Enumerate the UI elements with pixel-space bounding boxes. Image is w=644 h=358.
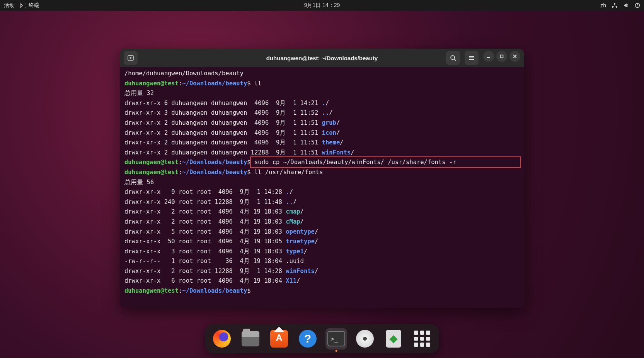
- dock-disc[interactable]: [354, 328, 376, 350]
- terminal-line: drwxr-xr-x 2 root root 4096 4月 19 18:03 …: [124, 217, 520, 227]
- search-button[interactable]: [446, 51, 460, 65]
- help-icon: ?: [299, 330, 317, 348]
- hamburger-icon: [468, 54, 475, 61]
- terminal-line: drwxr-xr-x 3 duhuangwen duhuangwen 4096 …: [124, 108, 520, 118]
- clock[interactable]: 9月1日 14：29: [304, 2, 340, 9]
- terminal-line: drwxr-xr-x 9 root root 4096 9月 1 14:28 .…: [124, 187, 520, 197]
- firefox-icon: [213, 330, 231, 348]
- dock-show-apps[interactable]: [411, 328, 433, 350]
- window-title: duhuangwen@test: ~/Downloads/beauty: [266, 55, 378, 61]
- top-bar: 活动 终端 9月1日 14：29 zh: [0, 0, 644, 11]
- terminal-line: 总用量 32: [124, 88, 520, 98]
- terminal-line: /home/duhuangwen/Downloads/beauty: [124, 69, 520, 79]
- svg-line-10: [454, 59, 456, 61]
- dock-firefox[interactable]: [211, 328, 233, 350]
- terminal-line: drwxr-xr-x 2 duhuangwen duhuangwen 4096 …: [124, 138, 520, 148]
- terminal-line: drwxr-xr-x 6 root root 4096 4月 19 18:04 …: [124, 276, 520, 286]
- terminal-body[interactable]: /home/duhuangwen/Downloads/beautyduhuang…: [120, 67, 524, 308]
- new-tab-button[interactable]: [124, 51, 138, 65]
- svg-rect-15: [501, 55, 503, 58]
- window-titlebar[interactable]: duhuangwen@test: ~/Downloads/beauty: [120, 49, 524, 67]
- close-icon: [513, 54, 517, 59]
- minimize-icon: [486, 54, 491, 59]
- network-icon[interactable]: [612, 3, 618, 8]
- dock-terminal[interactable]: >_: [325, 328, 347, 350]
- terminal-line: drwxr-xr-x 2 root root 4096 4月 19 18:03 …: [124, 207, 520, 217]
- maximize-icon: [499, 54, 504, 59]
- maximize-button[interactable]: [496, 51, 507, 62]
- close-button[interactable]: [509, 51, 520, 62]
- volume-icon[interactable]: [623, 3, 629, 8]
- terminal-line: drwxr-xr-x 240 root root 12288 9月 1 11:4…: [124, 197, 520, 207]
- files-icon: [242, 331, 259, 346]
- menu-button[interactable]: [465, 51, 479, 65]
- terminal-line: drwxr-xr-x 2 duhuangwen duhuangwen 4096 …: [124, 128, 520, 138]
- svg-rect-0: [20, 3, 26, 8]
- trash-icon: [386, 330, 401, 348]
- terminal-line: duhuangwen@test:~/Downloads/beauty$: [124, 286, 520, 296]
- terminal-line: duhuangwen@test:~/Downloads/beauty$ ll /…: [124, 168, 520, 178]
- terminal-line: drwxr-xr-x 2 root root 12288 9月 1 14:28 …: [124, 266, 520, 277]
- annotation-highlight-box: [250, 156, 521, 168]
- dock-files[interactable]: [240, 328, 261, 350]
- minimize-button[interactable]: [483, 51, 494, 62]
- new-tab-icon: [127, 54, 134, 61]
- dock: ? >_: [205, 324, 439, 353]
- terminal-line: drwxr-xr-x 3 root root 4096 4月 19 18:03 …: [124, 247, 520, 257]
- disc-icon: [356, 330, 374, 348]
- terminal-icon: >_: [327, 331, 345, 346]
- dock-trash[interactable]: [383, 328, 404, 350]
- terminal-line: -rw-r--r-- 1 root root 36 4月 19 18:04 .u…: [124, 256, 520, 266]
- current-app-indicator[interactable]: 终端: [20, 2, 39, 9]
- dock-help[interactable]: ?: [297, 328, 319, 350]
- svg-point-9: [451, 56, 455, 59]
- apps-grid-icon: [414, 331, 430, 347]
- software-center-icon: [270, 330, 288, 348]
- terminal-small-icon: [20, 3, 26, 8]
- terminal-line: duhuangwen@test:~/Downloads/beauty$ ll: [124, 79, 520, 89]
- activities-button[interactable]: 活动: [4, 2, 15, 9]
- search-icon: [450, 54, 457, 61]
- terminal-line: drwxr-xr-x 6 duhuangwen duhuangwen 4096 …: [124, 98, 520, 109]
- terminal-line: drwxr-xr-x 5 root root 4096 4月 19 18:03 …: [124, 227, 520, 237]
- input-method-indicator[interactable]: zh: [600, 2, 606, 8]
- current-app-label: 终端: [29, 2, 39, 9]
- svg-point-1: [614, 3, 615, 5]
- dock-software[interactable]: [268, 328, 290, 350]
- terminal-line: drwxr-xr-x 2 duhuangwen duhuangwen 4096 …: [124, 118, 520, 128]
- terminal-line: drwxr-xr-x 50 root root 4096 4月 19 18:05…: [124, 237, 520, 247]
- terminal-window: duhuangwen@test: ~/Downloads/beauty /hom…: [120, 49, 524, 308]
- terminal-line: 总用量 56: [124, 178, 520, 188]
- power-icon[interactable]: [635, 3, 640, 8]
